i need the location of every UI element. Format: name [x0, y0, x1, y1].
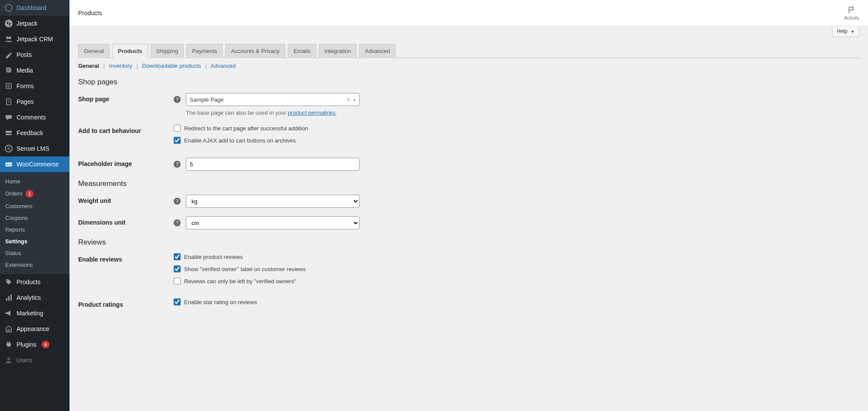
clear-icon[interactable]: × [347, 96, 350, 103]
enable-product-reviews-checkbox[interactable] [174, 253, 181, 260]
sidebar-item-posts[interactable]: Posts [0, 47, 69, 63]
svg-rect-5 [6, 83, 11, 89]
only-verified-label[interactable]: Reviews can only be left by "verified ow… [184, 278, 296, 285]
shop-page-row: Shop page ? Sample Page × ▾ The base pag… [78, 93, 859, 116]
dimensions-label: Dimensions unit [78, 216, 174, 226]
submenu-reports[interactable]: Reports [0, 224, 69, 235]
redirect-label[interactable]: Redirect to the cart page after successf… [184, 125, 308, 132]
sidebar-item-label: Products [17, 278, 40, 285]
sidebar-item-label: Forms [17, 83, 34, 89]
star-rating-label[interactable]: Enable star rating on reviews [184, 299, 257, 305]
comments-icon [4, 113, 13, 122]
dimensions-unit-select[interactable]: cm [186, 216, 360, 229]
sidebar-item-forms[interactable]: Forms [0, 78, 69, 94]
permalinks-link[interactable]: product permalinks [288, 109, 336, 116]
sidebar-item-marketing[interactable]: Marketing [0, 305, 69, 321]
products-icon [4, 278, 13, 286]
chevron-down-icon: ▼ [851, 30, 855, 34]
ajax-checkbox[interactable] [174, 137, 181, 144]
subsection-advanced[interactable]: Advanced [211, 63, 236, 69]
reviews-heading: Reviews [78, 238, 859, 247]
sidebar-item-feedback[interactable]: Feedback [0, 125, 69, 141]
tab-accounts[interactable]: Accounts & Privacy [225, 44, 285, 58]
verified-owner-checkbox[interactable] [174, 265, 181, 272]
tab-payments[interactable]: Payments [186, 44, 223, 58]
svg-text:WOO: WOO [6, 163, 12, 166]
tab-products[interactable]: Products [112, 44, 148, 58]
placeholder-label: Placeholder image [78, 158, 174, 167]
svg-point-12 [7, 280, 8, 281]
sidebar-item-plugins[interactable]: Plugins 4 [0, 337, 69, 352]
sidebar-item-label: Feedback [17, 129, 43, 136]
help-icon[interactable]: ? [174, 198, 181, 205]
redirect-checkbox[interactable] [174, 125, 181, 132]
verified-owner-label[interactable]: Show "verified owner" label on customer … [184, 266, 306, 272]
submenu-home[interactable]: Home [0, 176, 69, 187]
help-label: Help [837, 28, 848, 34]
appearance-icon [4, 325, 13, 333]
media-icon [4, 66, 13, 75]
sidebar-item-pages[interactable]: Pages [0, 94, 69, 109]
submenu-coupons[interactable]: Coupons [0, 212, 69, 224]
marketing-icon [4, 309, 13, 318]
sidebar-item-woocommerce[interactable]: WOO WooCommerce [0, 156, 69, 172]
sidebar-item-sensei[interactable]: S Sensei LMS [0, 141, 69, 156]
sidebar-item-label: Plugins [17, 341, 36, 348]
svg-rect-14 [8, 296, 10, 301]
placeholder-input[interactable] [186, 158, 360, 171]
shop-page-label: Shop page [78, 93, 174, 103]
sidebar-item-dashboard[interactable]: Dashboard [0, 0, 69, 16]
sidebar-item-jetpack[interactable]: Jetpack [0, 16, 69, 31]
help-icon[interactable]: ? [174, 96, 181, 103]
crm-icon [4, 35, 13, 43]
star-rating-checkbox[interactable] [174, 298, 181, 305]
sidebar-item-comments[interactable]: Comments [0, 109, 69, 125]
submenu-orders[interactable]: Orders 1 [0, 187, 69, 200]
sidebar-item-appearance[interactable]: Appearance [0, 321, 69, 337]
sidebar-item-jetpack-crm[interactable]: Jetpack CRM [0, 31, 69, 47]
sensei-icon: S [4, 144, 13, 153]
enable-product-reviews-label[interactable]: Enable product reviews [184, 254, 243, 260]
tab-emails[interactable]: Emails [288, 44, 316, 58]
sidebar-item-products[interactable]: Products [0, 274, 69, 290]
ajax-label[interactable]: Enable AJAX add to cart buttons on archi… [184, 137, 296, 144]
enable-reviews-row: Enable reviews Enable product reviews Sh… [78, 253, 859, 290]
shop-page-select[interactable]: Sample Page × ▾ [186, 93, 360, 106]
submenu-settings[interactable]: Settings [0, 235, 69, 247]
sidebar-item-label: Posts [17, 51, 32, 58]
help-icon[interactable]: ? [174, 161, 181, 168]
tab-general[interactable]: General [78, 44, 109, 58]
chevron-down-icon: ▾ [353, 98, 356, 103]
enable-reviews-label: Enable reviews [78, 253, 174, 263]
tab-integration[interactable]: Integration [319, 44, 356, 58]
sidebar-item-users[interactable]: Users [0, 352, 69, 368]
settings-tabs: General Products Shipping Payments Accou… [78, 43, 859, 58]
subsection-inventory[interactable]: Inventory [109, 63, 132, 69]
subsection-general[interactable]: General [78, 63, 99, 69]
forms-icon [4, 82, 13, 90]
sidebar-item-label: Users [17, 357, 33, 364]
submenu-extensions[interactable]: Extensions [0, 259, 69, 271]
sidebar-item-label: Analytics [17, 294, 41, 301]
weight-label: Weight unit [78, 195, 174, 204]
sidebar-item-media[interactable]: Media [0, 63, 69, 78]
submenu-status[interactable]: Status [0, 247, 69, 259]
sidebar-item-analytics[interactable]: Analytics [0, 290, 69, 305]
help-tab[interactable]: Help ▼ [832, 26, 859, 37]
svg-rect-6 [6, 131, 12, 133]
admin-sidebar: Dashboard Jetpack Jetpack CRM Posts Medi… [0, 0, 69, 411]
only-verified-checkbox[interactable] [174, 278, 181, 285]
sidebar-item-label: WooCommerce [17, 161, 59, 168]
tab-shipping[interactable]: Shipping [151, 44, 184, 58]
subsection-downloadable[interactable]: Downloadable products [142, 63, 201, 69]
activity-button[interactable]: Activity [844, 6, 859, 20]
product-ratings-row: Product ratings Enable star rating on re… [78, 298, 859, 311]
sidebar-item-label: Dashboard [17, 4, 46, 11]
weight-unit-select[interactable]: kg [186, 195, 360, 208]
sidebar-item-label: Jetpack [17, 20, 37, 27]
svg-point-16 [7, 358, 10, 360]
placeholder-row: Placeholder image ? [78, 158, 859, 171]
help-icon[interactable]: ? [174, 219, 181, 226]
submenu-customers[interactable]: Customers [0, 200, 69, 212]
tab-advanced[interactable]: Advanced [359, 44, 396, 58]
